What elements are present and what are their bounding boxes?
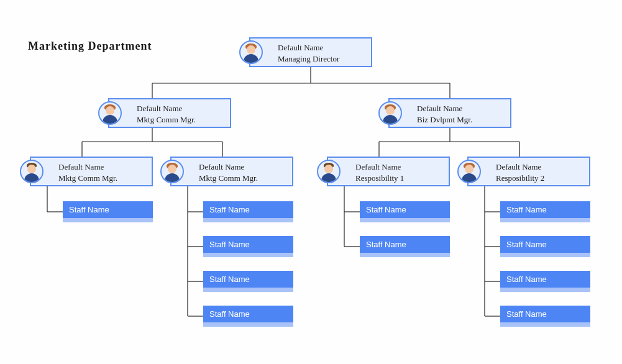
staff-label: Staff Name (506, 275, 547, 284)
l2-role: Mktg Comm Mgr. (137, 115, 196, 124)
staff-label: Staff Name (506, 240, 547, 249)
l2-role: Biz Dvlpmt Mgr. (417, 115, 472, 124)
staff-box: Staff Name (203, 201, 293, 222)
staff-label: Staff Name (209, 275, 250, 284)
l3-name: Default Name (58, 162, 104, 171)
avatar-icon (457, 160, 481, 183)
staff-box: Staff Name (203, 271, 293, 292)
l3-node-1: Default Name Mktg Comm Mgr. (170, 157, 293, 186)
staff-label: Staff Name (209, 205, 250, 214)
l3-node-3: Default Name Resposibility 2 (467, 157, 590, 186)
avatar-icon (98, 101, 122, 125)
root-text: Default Name Managing Director (278, 42, 339, 65)
l2-text: Default Name Biz Dvlpmt Mgr. (417, 103, 472, 125)
l2-name: Default Name (417, 104, 462, 113)
staff-box: Staff Name (500, 236, 590, 257)
l3-text: Default Name Resposibility 1 (355, 162, 404, 184)
l3-text: Default Name Mktg Comm Mgr. (58, 162, 117, 184)
staff-box: Staff Name (500, 201, 590, 222)
staff-label: Staff Name (366, 240, 406, 249)
staff-box: Staff Name (360, 236, 450, 257)
l3-node-2: Default Name Resposibility 1 (327, 157, 450, 186)
staff-label: Staff Name (69, 205, 109, 214)
l3-role: Resposibility 1 (355, 173, 404, 183)
l2-node-1: Default Name Biz Dvlpmt Mgr. (388, 98, 511, 128)
l3-node-0: Default Name Mktg Comm Mgr. (30, 157, 153, 186)
l2-text: Default Name Mktg Comm Mgr. (137, 103, 196, 125)
l3-text: Default Name Resposibility 2 (496, 162, 544, 184)
staff-box: Staff Name (500, 306, 590, 327)
org-chart-canvas: Marketing Department (0, 0, 622, 364)
l3-text: Default Name Mktg Comm Mgr. (199, 162, 258, 184)
staff-box: Staff Name (500, 271, 590, 292)
staff-label: Staff Name (209, 309, 250, 319)
l2-name: Default Name (137, 104, 182, 113)
avatar-icon (378, 101, 402, 125)
staff-box: Staff Name (63, 201, 153, 222)
l2-node-0: Default Name Mktg Comm Mgr. (108, 98, 231, 128)
staff-box: Staff Name (203, 306, 293, 327)
avatar-icon (239, 40, 263, 64)
root-role: Managing Director (278, 54, 339, 63)
root-name: Default Name (278, 43, 323, 52)
staff-box: Staff Name (360, 201, 450, 222)
avatar-icon (160, 160, 184, 183)
staff-label: Staff Name (209, 240, 250, 249)
staff-label: Staff Name (366, 205, 406, 214)
l3-role: Mktg Comm Mgr. (199, 173, 258, 183)
l3-role: Mktg Comm Mgr. (58, 173, 117, 183)
avatar-icon (20, 160, 43, 183)
l3-name: Default Name (496, 162, 541, 171)
l3-name: Default Name (355, 162, 401, 171)
l3-role: Resposibility 2 (496, 173, 544, 183)
chart-title: Marketing Department (28, 40, 152, 53)
l3-name: Default Name (199, 162, 244, 171)
staff-label: Staff Name (506, 205, 547, 214)
avatar-icon (317, 160, 341, 183)
staff-label: Staff Name (506, 309, 547, 319)
root-node: Default Name Managing Director (249, 37, 372, 67)
staff-box: Staff Name (203, 236, 293, 257)
